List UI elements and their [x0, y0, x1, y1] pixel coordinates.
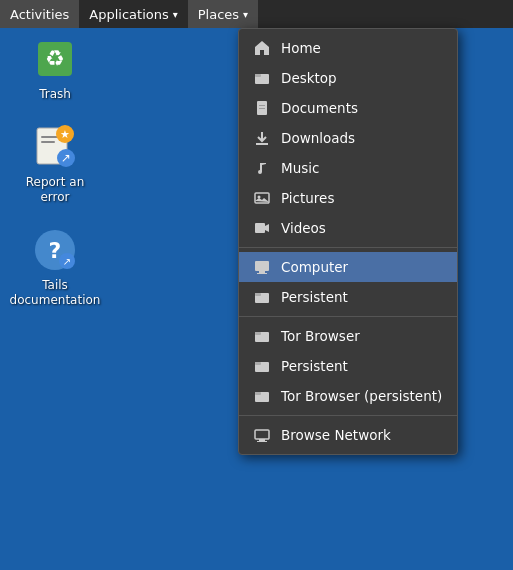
videos-icon — [253, 219, 271, 237]
places-arrow-icon: ▾ — [243, 9, 248, 20]
trash-icon-image: ♻ — [31, 35, 79, 83]
places-persistent-label: Persistent — [281, 289, 348, 305]
places-videos-label: Videos — [281, 220, 326, 236]
svg-rect-34 — [255, 430, 269, 439]
svg-rect-33 — [255, 392, 261, 395]
desktop-icons-container: ♻ Trash ★ ↗ — [10, 35, 100, 309]
activities-button[interactable]: Activities — [0, 0, 79, 28]
svg-rect-25 — [257, 273, 267, 274]
applications-arrow-icon: ▾ — [173, 9, 178, 20]
computer-icon — [253, 258, 271, 276]
svg-rect-24 — [259, 271, 265, 273]
desktop: Activities Applications ▾ Places ▾ ♻ Tra… — [0, 0, 513, 570]
svg-rect-27 — [255, 293, 261, 296]
separator-3 — [239, 415, 457, 416]
places-persistent2-label: Persistent — [281, 358, 348, 374]
svg-rect-36 — [257, 441, 267, 442]
svg-rect-35 — [259, 439, 265, 441]
places-menu-item-music[interactable]: Music — [239, 153, 457, 183]
places-desktop-label: Desktop — [281, 70, 337, 86]
places-computer-label: Computer — [281, 259, 348, 275]
browse-network-icon — [253, 426, 271, 444]
places-menu-item-documents[interactable]: Documents — [239, 93, 457, 123]
places-menu-item-persistent[interactable]: Persistent — [239, 282, 457, 312]
music-icon — [253, 159, 271, 177]
svg-rect-17 — [259, 105, 265, 106]
report-error-icon[interactable]: ★ ↗ Report an error — [10, 123, 100, 206]
places-menu-item-persistent2[interactable]: Persistent — [239, 351, 457, 381]
places-dropdown-menu: Home Desktop Documents Downloads Music — [238, 28, 458, 455]
svg-rect-22 — [255, 223, 265, 233]
svg-rect-18 — [259, 108, 265, 109]
documents-icon — [253, 99, 271, 117]
separator-2 — [239, 316, 457, 317]
desktop-folder-icon — [253, 69, 271, 87]
places-documents-label: Documents — [281, 100, 358, 116]
places-menu-item-videos[interactable]: Videos — [239, 213, 457, 243]
svg-text:★: ★ — [60, 128, 70, 141]
activities-label: Activities — [10, 7, 69, 22]
places-tor-browser-label: Tor Browser — [281, 328, 360, 344]
trash-label: Trash — [39, 87, 71, 103]
separator-1 — [239, 247, 457, 248]
applications-button[interactable]: Applications ▾ — [79, 0, 187, 28]
places-menu-item-downloads[interactable]: Downloads — [239, 123, 457, 153]
places-menu-item-browse-network[interactable]: Browse Network — [239, 420, 457, 450]
places-browse-network-label: Browse Network — [281, 427, 391, 443]
places-downloads-label: Downloads — [281, 130, 355, 146]
svg-rect-15 — [255, 74, 261, 77]
tor-browser-persistent-icon — [253, 387, 271, 405]
report-error-icon-image: ★ ↗ — [31, 123, 79, 171]
svg-text:♻: ♻ — [45, 46, 65, 71]
places-menu-item-pictures[interactable]: Pictures — [239, 183, 457, 213]
downloads-icon — [253, 129, 271, 147]
tails-docs-icon[interactable]: ? ↗ Tails documentation — [10, 226, 100, 309]
tor-browser-folder-icon — [253, 327, 271, 345]
pictures-icon — [253, 189, 271, 207]
svg-text:↗: ↗ — [61, 151, 71, 165]
svg-text:↗: ↗ — [63, 256, 71, 267]
places-pictures-label: Pictures — [281, 190, 334, 206]
places-home-label: Home — [281, 40, 321, 56]
places-button[interactable]: Places ▾ — [188, 0, 258, 28]
tails-docs-icon-image: ? ↗ — [31, 226, 79, 274]
places-menu-item-computer[interactable]: Computer — [239, 252, 457, 282]
places-menu-item-home[interactable]: Home — [239, 33, 457, 63]
places-menu-item-tor-browser-persistent[interactable]: Tor Browser (persistent) — [239, 381, 457, 411]
trash-icon[interactable]: ♻ Trash — [10, 35, 100, 103]
persistent-icon — [253, 288, 271, 306]
places-tor-browser-persistent-label: Tor Browser (persistent) — [281, 388, 442, 404]
report-error-label: Report an error — [10, 175, 100, 206]
svg-rect-23 — [255, 261, 269, 271]
places-menu-item-desktop[interactable]: Desktop — [239, 63, 457, 93]
svg-rect-31 — [255, 362, 261, 365]
svg-rect-5 — [41, 141, 55, 143]
places-menu-item-tor-browser[interactable]: Tor Browser — [239, 321, 457, 351]
applications-label: Applications — [89, 7, 168, 22]
svg-rect-19 — [256, 143, 268, 145]
places-music-label: Music — [281, 160, 319, 176]
persistent2-icon — [253, 357, 271, 375]
home-icon — [253, 39, 271, 57]
svg-rect-29 — [255, 332, 261, 335]
tails-docs-label: Tails documentation — [10, 278, 101, 309]
places-label: Places — [198, 7, 239, 22]
topbar: Activities Applications ▾ Places ▾ — [0, 0, 513, 28]
